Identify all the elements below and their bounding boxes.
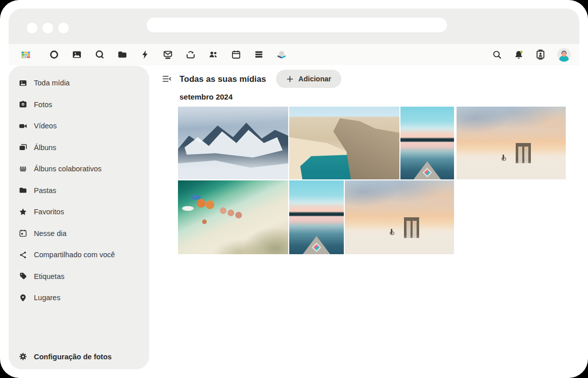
photo-thumbnail[interactable] bbox=[289, 180, 344, 254]
sidebar-label: Vídeos bbox=[34, 122, 57, 130]
sidebar-item-photo-settings[interactable]: Configuração de fotos bbox=[9, 346, 149, 368]
albums-icon bbox=[19, 143, 27, 152]
window-controls bbox=[27, 23, 69, 33]
toolbar-right bbox=[492, 48, 579, 62]
window-control-dot[interactable] bbox=[58, 23, 69, 33]
sidebar-label: Etiquetas bbox=[34, 272, 64, 280]
user-avatar[interactable] bbox=[557, 48, 571, 62]
sidebar-item-places[interactable]: Lugares bbox=[9, 287, 149, 309]
sidebar-label: Favoritos bbox=[34, 208, 64, 216]
gear-icon bbox=[19, 352, 27, 361]
fog-layer bbox=[345, 235, 454, 254]
photo-thumbnail[interactable] bbox=[457, 107, 566, 179]
person-shape bbox=[391, 229, 392, 234]
fog-layer bbox=[178, 145, 288, 179]
star-icon bbox=[19, 208, 27, 216]
calendar-day-icon bbox=[19, 229, 27, 238]
archive-app-icon[interactable] bbox=[254, 50, 264, 60]
main-content: Todas as suas mídias Adicionar setembro … bbox=[149, 66, 579, 369]
photo-thumbnail[interactable] bbox=[400, 107, 454, 179]
sidebar-label: Lugares bbox=[34, 294, 60, 302]
photo-thumbnail[interactable] bbox=[345, 180, 454, 254]
browser-chrome bbox=[9, 9, 579, 44]
sidebar-label: Álbuns bbox=[34, 144, 56, 152]
section-date: setembro 2024 bbox=[179, 92, 579, 101]
sidebar-label: Pastas bbox=[34, 186, 56, 195]
folder-icon bbox=[19, 186, 27, 195]
plus-icon bbox=[286, 75, 294, 83]
sync-tray-app-icon[interactable] bbox=[186, 50, 196, 60]
add-button[interactable]: Adicionar bbox=[276, 70, 341, 88]
sidebar-label: Compartilhado com você bbox=[34, 251, 115, 259]
photo-grid bbox=[178, 107, 579, 254]
sidebar-label: Configuração de fotos bbox=[34, 353, 112, 361]
image-icon bbox=[19, 79, 27, 87]
collapse-sidebar-icon[interactable] bbox=[162, 74, 172, 84]
window-control-dot[interactable] bbox=[27, 23, 37, 33]
photo-thumbnail[interactable] bbox=[178, 107, 288, 179]
tag-icon bbox=[19, 272, 27, 280]
sidebar-item-photos[interactable]: Fotos bbox=[9, 94, 149, 116]
sidebar-label: Álbuns colaborativos bbox=[34, 165, 102, 173]
photo-row bbox=[178, 107, 579, 179]
window-control-dot[interactable] bbox=[42, 23, 53, 33]
gallery-app-icon[interactable] bbox=[72, 50, 82, 60]
notification-bell-icon[interactable] bbox=[514, 50, 524, 60]
people-app-icon[interactable] bbox=[208, 50, 218, 60]
bolt-app-icon[interactable] bbox=[140, 50, 150, 60]
sidebar-item-albums[interactable]: Álbuns bbox=[9, 137, 149, 159]
circle-app-icon[interactable] bbox=[49, 50, 59, 60]
person-shape bbox=[503, 155, 504, 160]
folder-app-icon[interactable] bbox=[117, 50, 127, 60]
shared-albums-icon bbox=[19, 165, 27, 173]
search-app-icon[interactable] bbox=[95, 50, 105, 60]
sidebar-item-collab-albums[interactable]: Álbuns colaborativos bbox=[9, 158, 149, 180]
contact-card-icon[interactable] bbox=[535, 50, 546, 60]
share-icon bbox=[19, 251, 27, 259]
camera-icon bbox=[19, 100, 27, 109]
sidebar-label: Toda mídia bbox=[34, 79, 70, 87]
fog-layer bbox=[457, 161, 566, 179]
photo-thumbnail[interactable] bbox=[178, 180, 288, 254]
sidebar-item-tags[interactable]: Etiquetas bbox=[9, 266, 149, 288]
cloud-layer bbox=[178, 107, 288, 128]
browser-window: Toda mídia Fotos Vídeos Álbuns bbox=[0, 0, 588, 378]
sidebar-item-folders[interactable]: Pastas bbox=[9, 180, 149, 202]
main-header: Todas as suas mídias Adicionar bbox=[149, 66, 579, 88]
sidebar-item-all-media[interactable]: Toda mídia bbox=[9, 72, 149, 94]
sidebar-label: Nesse dia bbox=[34, 229, 66, 238]
calendar-app-icon[interactable] bbox=[231, 50, 241, 60]
address-bar[interactable] bbox=[147, 18, 447, 32]
mail-app-icon[interactable] bbox=[163, 50, 173, 60]
app-launcher-icon[interactable] bbox=[21, 50, 31, 60]
photo-row bbox=[178, 180, 579, 254]
page-title: Todas as suas mídias bbox=[179, 74, 266, 84]
pin-icon bbox=[19, 294, 27, 302]
app-toolbar bbox=[9, 44, 579, 65]
add-button-label: Adicionar bbox=[298, 75, 331, 83]
sidebar: Toda mídia Fotos Vídeos Álbuns bbox=[9, 66, 149, 369]
photo-thumbnail[interactable] bbox=[289, 107, 399, 179]
video-icon bbox=[19, 122, 27, 130]
sidebar-item-favorites[interactable]: Favoritos bbox=[9, 201, 149, 223]
photos-app-icon[interactable] bbox=[277, 50, 287, 60]
search-icon[interactable] bbox=[492, 50, 502, 60]
sidebar-item-shared-with-you[interactable]: Compartilhado com você bbox=[9, 244, 149, 266]
sidebar-label: Fotos bbox=[34, 101, 52, 109]
sidebar-item-videos[interactable]: Vídeos bbox=[9, 115, 149, 137]
sidebar-item-on-this-day[interactable]: Nesse dia bbox=[9, 223, 149, 245]
